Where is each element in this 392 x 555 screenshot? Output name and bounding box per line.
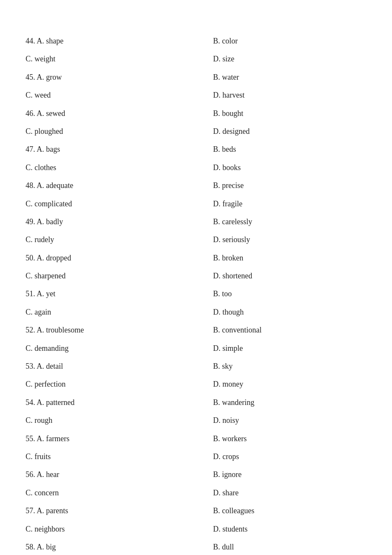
question-row: C. weightD. size	[26, 52, 366, 66]
question-row: 55. A. farmersB. workers	[26, 432, 366, 445]
option-c: C. weight	[26, 52, 196, 66]
option-d: D. simple	[196, 341, 366, 355]
option-d: D. fragile	[196, 197, 366, 211]
option-b: B. carelessly	[196, 215, 366, 228]
question-row: C. neighborsD. students	[26, 522, 366, 536]
option-c: C. ploughed	[26, 124, 196, 138]
question-row: 44. A. shapeB. color	[26, 34, 366, 48]
option-c: C. demanding	[26, 341, 196, 355]
option-b: B. sky	[196, 359, 366, 373]
option-c: C. sharpened	[26, 269, 196, 283]
option-a: 55. A. farmers	[26, 432, 196, 445]
option-b: B. precise	[196, 179, 366, 192]
option-d: D. money	[196, 377, 366, 391]
option-d: D. shortened	[196, 269, 366, 283]
question-row: 56. A. hearB. ignore	[26, 468, 366, 481]
question-row: 48. A. adequateB. precise	[26, 179, 366, 192]
option-d: D. students	[196, 522, 366, 536]
option-d: D. crops	[196, 450, 366, 463]
option-d: D. though	[196, 305, 366, 319]
option-c: C. concern	[26, 486, 196, 500]
option-b: B. workers	[196, 432, 366, 445]
question-row: C. againD. though	[26, 305, 366, 319]
option-c: C. fruits	[26, 450, 196, 463]
question-row: C. sharpenedD. shortened	[26, 269, 366, 283]
question-row: 47. A. bagsB. beds	[26, 142, 366, 156]
option-a: 46. A. sewed	[26, 107, 196, 120]
question-row: C. clothesD. books	[26, 161, 366, 174]
option-a: 50. A. dropped	[26, 251, 196, 265]
option-a: 45. A. grow	[26, 70, 196, 84]
question-row: C. complicatedD. fragile	[26, 197, 366, 211]
option-a: 52. A. troublesome	[26, 323, 196, 337]
option-c: C. rudely	[26, 233, 196, 246]
question-row: 50. A. droppedB. broken	[26, 251, 366, 265]
question-row: C. fruitsD. crops	[26, 450, 366, 463]
option-a: 54. A. patterned	[26, 396, 196, 409]
option-a: 44. A. shape	[26, 34, 196, 48]
option-a: 48. A. adequate	[26, 179, 196, 192]
option-a: 53. A. detail	[26, 359, 196, 373]
question-row: 52. A. troublesomeB. conventional	[26, 323, 366, 337]
option-b: B. color	[196, 34, 366, 48]
option-a: 58. A. big	[26, 540, 196, 554]
question-row: 53. A. detailB. sky	[26, 359, 366, 373]
option-b: B. broken	[196, 251, 366, 265]
option-a: 49. A. badly	[26, 215, 196, 228]
option-a: 56. A. hear	[26, 468, 196, 481]
question-row: 57. A. parentsB. colleagues	[26, 504, 366, 517]
option-b: B. too	[196, 287, 366, 301]
question-list: 44. A. shapeB. colorC. weightD. size45. …	[26, 34, 366, 555]
question-row: 58. A. bigB. dull	[26, 540, 366, 554]
question-row: C. rudelyD. seriously	[26, 233, 366, 246]
question-row: 54. A. patternedB. wandering	[26, 396, 366, 409]
option-b: B. beds	[196, 142, 366, 156]
question-row: 51. A. yetB. too	[26, 287, 366, 301]
option-d: D. books	[196, 161, 366, 174]
option-a: 51. A. yet	[26, 287, 196, 301]
question-row: C. roughD. noisy	[26, 413, 366, 427]
option-d: D. designed	[196, 124, 366, 138]
option-c: C. neighbors	[26, 522, 196, 536]
option-a: 57. A. parents	[26, 504, 196, 517]
option-c: C. clothes	[26, 161, 196, 174]
question-row: 49. A. badlyB. carelessly	[26, 215, 366, 228]
question-row: C. perfectionD. money	[26, 377, 366, 391]
option-c: C. again	[26, 305, 196, 319]
question-row: C. concernD. share	[26, 486, 366, 500]
option-c: C. weed	[26, 88, 196, 102]
option-b: B. dull	[196, 540, 366, 554]
option-d: D. seriously	[196, 233, 366, 246]
option-b: B. ignore	[196, 468, 366, 481]
option-d: D. share	[196, 486, 366, 500]
option-c: C. perfection	[26, 377, 196, 391]
option-d: D. harvest	[196, 88, 366, 102]
question-row: C. demandingD. simple	[26, 341, 366, 355]
option-b: B. colleagues	[196, 504, 366, 517]
question-row: C. weedD. harvest	[26, 88, 366, 102]
option-c: C. complicated	[26, 197, 196, 211]
question-row: 46. A. sewedB. bought	[26, 107, 366, 120]
option-a: 47. A. bags	[26, 142, 196, 156]
option-d: D. noisy	[196, 413, 366, 427]
option-b: B. water	[196, 70, 366, 84]
option-d: D. size	[196, 52, 366, 66]
option-b: B. conventional	[196, 323, 366, 337]
option-b: B. bought	[196, 107, 366, 120]
question-row: 45. A. growB. water	[26, 70, 366, 84]
question-row: C. ploughedD. designed	[26, 124, 366, 138]
option-b: B. wandering	[196, 396, 366, 409]
option-c: C. rough	[26, 413, 196, 427]
